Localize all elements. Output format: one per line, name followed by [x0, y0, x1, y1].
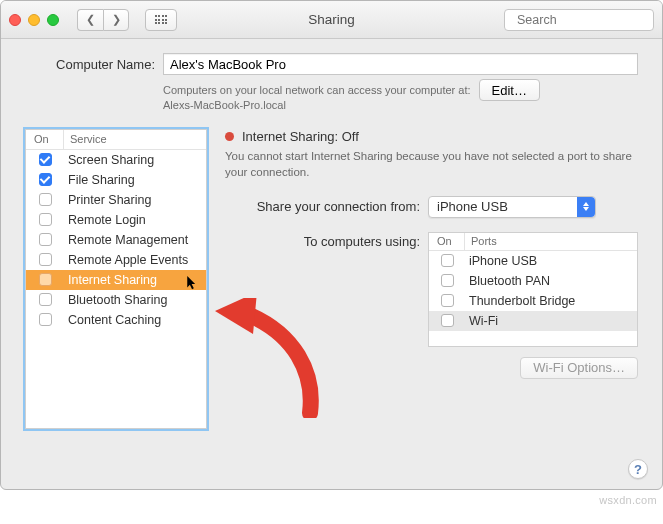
minimize-icon[interactable]: [28, 14, 40, 26]
service-checkbox[interactable]: [39, 213, 52, 226]
ports-header: On Ports: [429, 233, 637, 251]
port-checkbox[interactable]: [441, 254, 454, 267]
back-button[interactable]: ❮: [77, 9, 103, 31]
wifi-options-button[interactable]: Wi-Fi Options…: [520, 357, 638, 379]
service-label: Printer Sharing: [64, 193, 206, 207]
service-checkbox[interactable]: [39, 313, 52, 326]
service-row-bluetooth-sharing[interactable]: Bluetooth Sharing: [26, 290, 206, 310]
status-dot-icon: [225, 132, 234, 141]
service-checkbox[interactable]: [39, 233, 52, 246]
ports-list[interactable]: On Ports iPhone USBBluetooth PANThunderb…: [428, 232, 638, 347]
service-checkbox[interactable]: [39, 253, 52, 266]
service-detail: Internet Sharing: Off You cannot start I…: [225, 129, 638, 429]
service-label: File Sharing: [64, 173, 206, 187]
port-checkbox[interactable]: [441, 274, 454, 287]
services-list[interactable]: On Service Screen SharingFile SharingPri…: [25, 129, 207, 429]
service-label: Remote Apple Events: [64, 253, 206, 267]
service-label: Screen Sharing: [64, 153, 206, 167]
port-label: iPhone USB: [465, 254, 637, 268]
select-caret-icon: [577, 197, 595, 217]
chevron-right-icon: ❯: [112, 13, 121, 26]
status-title: Internet Sharing: Off: [242, 129, 359, 144]
service-row-internet-sharing[interactable]: Internet Sharing: [26, 270, 206, 290]
status-description: You cannot start Internet Sharing becaus…: [225, 148, 638, 180]
forward-button[interactable]: ❯: [103, 9, 129, 31]
help-button[interactable]: ?: [628, 459, 648, 479]
service-label: Remote Management: [64, 233, 206, 247]
service-row-remote-apple-events[interactable]: Remote Apple Events: [26, 250, 206, 270]
port-row-bluetooth-pan[interactable]: Bluetooth PAN: [429, 271, 637, 291]
services-header-on: On: [26, 130, 64, 149]
search-field[interactable]: [504, 9, 654, 31]
watermark: wsxdn.com: [599, 494, 657, 506]
port-row-thunderbolt-bridge[interactable]: Thunderbolt Bridge: [429, 291, 637, 311]
service-checkbox[interactable]: [39, 193, 52, 206]
service-checkbox[interactable]: [39, 273, 52, 286]
chevron-left-icon: ❮: [86, 13, 95, 26]
services-header: On Service: [26, 130, 206, 150]
computer-name-input[interactable]: [163, 53, 638, 75]
share-from-label: Share your connection from:: [225, 199, 420, 214]
nav-back-forward: ❮ ❯: [77, 9, 129, 31]
services-header-service: Service: [64, 130, 206, 149]
sharing-prefs-window: ❮ ❯ Sharing Computer Name: Computers: [0, 0, 663, 490]
port-checkbox[interactable]: [441, 294, 454, 307]
cursor-icon: [187, 276, 198, 293]
service-row-file-sharing[interactable]: File Sharing: [26, 170, 206, 190]
service-label: Content Caching: [64, 313, 206, 327]
service-row-printer-sharing[interactable]: Printer Sharing: [26, 190, 206, 210]
service-checkbox[interactable]: [39, 153, 52, 166]
titlebar: ❮ ❯ Sharing: [1, 1, 662, 39]
service-row-remote-management[interactable]: Remote Management: [26, 230, 206, 250]
service-label: Bluetooth Sharing: [64, 293, 206, 307]
share-from-select[interactable]: iPhone USB: [428, 196, 596, 218]
service-checkbox[interactable]: [39, 173, 52, 186]
search-input[interactable]: [515, 12, 663, 28]
content-area: Computer Name: Computers on your local n…: [1, 39, 662, 443]
computer-name-label: Computer Name:: [25, 57, 155, 72]
share-from-value: iPhone USB: [437, 199, 508, 214]
ports-header-on: On: [429, 233, 465, 250]
service-row-screen-sharing[interactable]: Screen Sharing: [26, 150, 206, 170]
port-row-iphone-usb[interactable]: iPhone USB: [429, 251, 637, 271]
service-label: Internet Sharing: [64, 273, 206, 287]
close-icon[interactable]: [9, 14, 21, 26]
port-label: Thunderbolt Bridge: [465, 294, 637, 308]
computer-name-hint: Computers on your local network can acce…: [163, 83, 471, 113]
window-controls: [9, 14, 59, 26]
edit-button[interactable]: Edit…: [479, 79, 540, 101]
port-label: Wi-Fi: [465, 314, 637, 328]
service-row-content-caching[interactable]: Content Caching: [26, 310, 206, 330]
to-computers-label: To computers using:: [225, 232, 420, 249]
grid-icon: [155, 15, 168, 24]
show-all-button[interactable]: [145, 9, 177, 31]
service-label: Remote Login: [64, 213, 206, 227]
ports-header-ports: Ports: [465, 233, 637, 250]
port-row-wi-fi[interactable]: Wi-Fi: [429, 311, 637, 331]
service-row-remote-login[interactable]: Remote Login: [26, 210, 206, 230]
port-checkbox[interactable]: [441, 314, 454, 327]
port-label: Bluetooth PAN: [465, 274, 637, 288]
service-checkbox[interactable]: [39, 293, 52, 306]
zoom-icon[interactable]: [47, 14, 59, 26]
